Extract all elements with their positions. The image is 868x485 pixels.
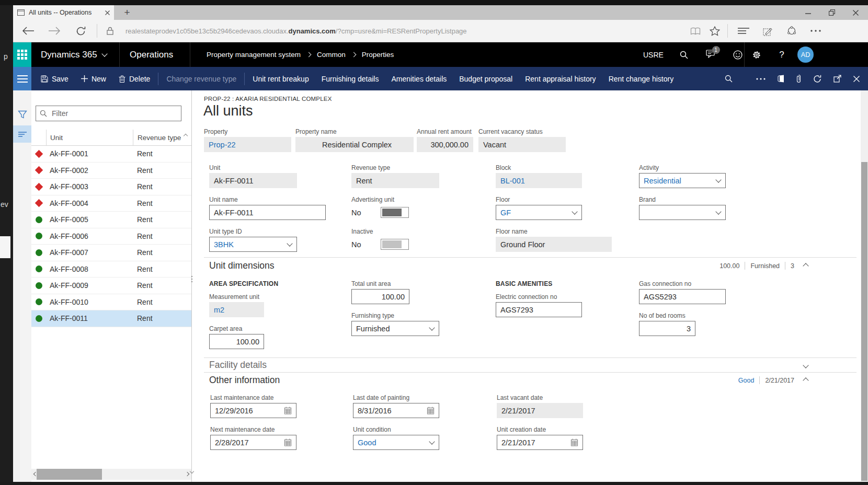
company-picker[interactable]: USRE	[643, 42, 664, 67]
refresh-button[interactable]	[72, 20, 89, 42]
field-advertising-unit: Advertising unit No	[351, 196, 409, 220]
property-link[interactable]: Prop-22	[209, 141, 236, 149]
chevron-down-icon[interactable]	[287, 240, 292, 246]
refresh-icon[interactable]	[813, 75, 821, 83]
field-brand: Brand	[639, 196, 726, 220]
close-pane-icon[interactable]	[853, 76, 860, 82]
collapse-section-icon[interactable]	[803, 263, 808, 269]
new-tab-button[interactable]: +	[118, 5, 136, 20]
favorites-star-icon[interactable]	[706, 20, 724, 42]
nav-hamburger-icon[interactable]	[13, 67, 31, 90]
inactive-toggle[interactable]	[381, 239, 409, 250]
unit-column-header[interactable]: Unit	[46, 130, 133, 145]
delete-button[interactable]: Delete	[112, 67, 156, 90]
new-button[interactable]: New	[75, 67, 112, 90]
scrollbar-thumb[interactable]	[861, 162, 867, 481]
unit-cell: Ak-FF-0009	[46, 281, 133, 290]
unit-list-row[interactable]: Ak-FF-0007 Rent	[31, 245, 191, 261]
unit-list-row[interactable]: Ak-FF-0010 Rent	[31, 294, 191, 311]
unit-rent-breakup-button[interactable]: Unit rent breakup	[246, 67, 315, 90]
chevron-down-icon[interactable]	[715, 177, 721, 182]
tab-close-icon[interactable]	[105, 10, 110, 15]
unit-list-row[interactable]: Ak-FF-0003 Rent	[31, 179, 191, 195]
web-note-icon[interactable]	[759, 20, 776, 42]
unit-cell: Ak-FF-0005	[46, 215, 133, 224]
forward-button[interactable]	[45, 20, 63, 42]
filter-funnel-icon[interactable]	[13, 106, 31, 123]
browser-tab[interactable]: All units -- Operations	[13, 5, 114, 20]
calendar-icon[interactable]	[284, 438, 292, 446]
collapse-section-icon[interactable]	[803, 377, 808, 383]
status-ok-icon	[36, 282, 42, 289]
unit-dimensions-header[interactable]: Unit dimensions 100.00 Furnished 3	[209, 260, 808, 271]
address-bar[interactable]: realestateprodev1c05be13c5b2946cedevaos.…	[125, 20, 467, 42]
nav-search-icon[interactable]	[673, 42, 694, 67]
revenue-column-header[interactable]: Revenue type	[133, 130, 191, 145]
change-revenue-type-button[interactable]: Change revenue type	[160, 67, 243, 90]
desktop-bottom-edge	[0, 482, 868, 485]
save-button[interactable]: Save	[35, 67, 75, 90]
help-icon[interactable]: ?	[771, 42, 792, 67]
unit-list-row[interactable]: Ak-FF-0004 Rent	[31, 195, 191, 212]
unit-list-row[interactable]: Ak-FF-0005 Rent	[31, 212, 191, 228]
unit-list-row[interactable]: Ak-FF-0011 Rent	[31, 310, 191, 327]
calendar-icon[interactable]	[427, 407, 435, 414]
filter-input[interactable]	[36, 106, 181, 121]
avatar[interactable]: AD	[797, 47, 814, 63]
unit-list-row[interactable]: Ak-FF-0006 Rent	[31, 228, 191, 245]
list-horizontal-scrollbar[interactable]	[31, 469, 191, 480]
browser-more-icon[interactable]	[807, 20, 825, 42]
rent-appraisal-history-button[interactable]: Rent appraisal history	[519, 67, 602, 90]
hub-icon[interactable]	[735, 20, 752, 42]
navbar-divider	[190, 42, 190, 67]
splitter-grip-icon[interactable]	[191, 276, 192, 282]
app-launcher-waffle-icon[interactable]	[13, 42, 31, 67]
unit-list-row[interactable]: Ak-FF-0008 Rent	[31, 261, 191, 278]
breadcrumb-area[interactable]: Common	[317, 51, 346, 59]
breadcrumb-module[interactable]: Property management system	[207, 51, 301, 59]
chevron-down-icon[interactable]	[429, 325, 435, 330]
attach-paperclip-icon[interactable]	[796, 74, 801, 83]
status-ok-icon	[36, 233, 42, 239]
minimize-button[interactable]	[805, 10, 811, 15]
breadcrumb-page[interactable]: Properties	[362, 51, 394, 59]
scrollbar-thumb[interactable]	[37, 469, 102, 480]
field-unit: Unit Ak-FF-0011	[209, 164, 297, 188]
rent-change-history-button[interactable]: Rent change history	[602, 67, 680, 90]
budget-proposal-button[interactable]: Budget proposal	[453, 67, 519, 90]
chevron-down-icon[interactable]	[429, 438, 435, 444]
settings-gear-icon[interactable]	[745, 42, 768, 67]
chevron-down-icon[interactable]	[572, 209, 577, 214]
other-information-header[interactable]: Other information Good 2/21/2017	[209, 375, 808, 386]
actionbar-search-icon[interactable]	[725, 75, 733, 83]
desktop-fragment: ev	[1, 200, 8, 209]
unit-list-row[interactable]: Ak-FF-0001 Rent	[31, 146, 191, 163]
status-alert-icon	[35, 182, 43, 191]
list-view-icon[interactable]	[13, 125, 31, 143]
calendar-icon[interactable]	[570, 438, 578, 446]
share-icon[interactable]	[783, 20, 801, 42]
facility-details-header[interactable]: Facility details	[209, 360, 808, 371]
back-button[interactable]	[19, 20, 37, 42]
advertising-unit-toggle[interactable]	[381, 207, 409, 218]
furnishing-details-button[interactable]: Furnishing details	[315, 67, 385, 90]
chevron-down-icon[interactable]	[715, 209, 721, 214]
calendar-icon[interactable]	[284, 407, 292, 414]
unit-list-row[interactable]: Ak-FF-0009 Rent	[31, 278, 191, 294]
product-menu[interactable]: Dynamics 365	[41, 42, 107, 67]
expand-section-icon[interactable]	[803, 362, 808, 368]
messages-icon[interactable]: 1	[699, 42, 722, 67]
close-button[interactable]	[853, 10, 859, 16]
scroll-right-icon[interactable]	[185, 472, 189, 476]
restore-button[interactable]	[829, 9, 835, 16]
reading-view-icon[interactable]	[687, 20, 704, 42]
block-link[interactable]: BL-001	[500, 177, 525, 185]
unit-list-row[interactable]: Ak-FF-0002 Rent	[31, 163, 191, 179]
amenities-details-button[interactable]: Amenities details	[385, 67, 453, 90]
main-vertical-scrollbar[interactable]	[861, 90, 868, 482]
more-commands-icon[interactable]	[756, 78, 766, 80]
page-title: All units	[203, 103, 253, 119]
lock-icon	[101, 20, 119, 42]
office-icon[interactable]	[778, 75, 784, 83]
open-in-new-window-icon[interactable]	[833, 75, 841, 83]
